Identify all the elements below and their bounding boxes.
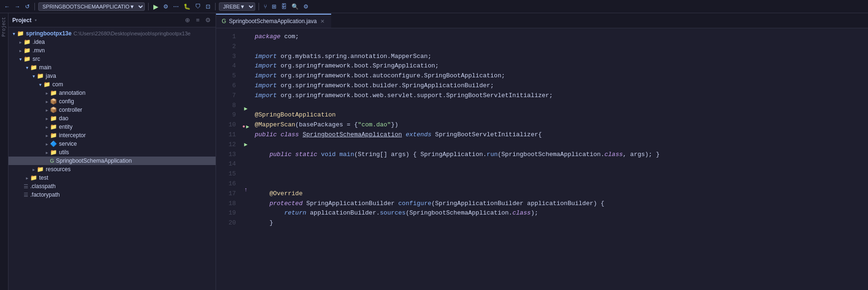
toolbar-vcs-btn[interactable]: ⑂ (262, 2, 268, 11)
java-label: java (46, 73, 56, 79)
separator-4 (259, 3, 259, 10)
toolbar-more-btn[interactable]: ⋯ (172, 2, 180, 11)
src-folder-icon: 📁 (24, 56, 31, 62)
toolbar-debug-btn[interactable]: 🐛 (182, 2, 192, 11)
config-label: config (59, 98, 74, 105)
gutter-5 (241, 68, 251, 77)
tree-item-config[interactable]: ▸ 📦 config (8, 97, 216, 106)
gutter-15 (241, 159, 251, 168)
gutter: ▶ ●▶ ▶ ↑ (240, 28, 253, 290)
toolbar-terminal-btn[interactable]: ⊞ (270, 2, 278, 11)
tree-item-main[interactable]: ▾ 📁 main (8, 63, 216, 72)
tree-item-test[interactable]: ▸ 📁 test (8, 174, 216, 182)
annotation-folder-icon: 📁 (50, 90, 57, 96)
mvn-folder-icon: 📁 (24, 47, 31, 54)
gutter-9-run[interactable]: ▶ (241, 105, 251, 114)
gutter-11: ●▶ (241, 123, 251, 132)
tab-springbootschemaapp[interactable]: G SpringbootSchemaApplication.java ✕ (216, 14, 331, 28)
config-icon[interactable]: ≡ (195, 16, 200, 25)
separator-1 (34, 3, 35, 10)
root-label: springbootpx13e (26, 30, 72, 37)
code-content[interactable]: package com; import org.mybatis.spring.a… (253, 28, 868, 290)
service-folder-icon: 🔷 (50, 141, 57, 147)
toolbar-build-btn[interactable]: ⚙ (162, 2, 170, 11)
app-file-icon: G (50, 158, 54, 164)
tree-root[interactable]: ▾ 📁 springbootpx13e C:\Users\22680\Deskt… (8, 29, 216, 38)
gutter-19 (241, 195, 251, 204)
gear-icon[interactable]: ⚙ (204, 16, 212, 25)
jrebe-dropdown[interactable]: JREBE▼ (219, 2, 255, 11)
toolbar-back-btn[interactable]: ← (3, 2, 11, 11)
classpath-label: .classpath (30, 183, 56, 190)
code-editor[interactable]: 1 2 3 4 5 6 7 8 9 10 11 12 13 14 15 16 1… (216, 28, 868, 290)
tree-item-controller[interactable]: ▸ 📦 controller (8, 106, 216, 114)
ln-1: 1 (216, 32, 236, 42)
gutter-13-run[interactable]: ▶ (241, 141, 251, 149)
toolbar-forward-btn[interactable]: → (13, 2, 22, 11)
toolbar-refresh-btn[interactable]: ↺ (24, 2, 31, 11)
tree-item-resources[interactable]: ▸ 📁 resources (8, 165, 216, 174)
idea-label: .idea (33, 39, 45, 45)
tree-item-factorypath[interactable]: ▸ ☰ .factorypath (8, 191, 216, 199)
toolbar-settings-btn[interactable]: ⚙ (302, 2, 310, 11)
toolbar-profile-btn[interactable]: ⊡ (204, 2, 212, 11)
tree-item-src[interactable]: ▾ 📁 src (8, 55, 216, 63)
ln-4: 4 (216, 61, 236, 71)
toolbar-database-btn[interactable]: 🗄 (280, 2, 288, 11)
scope-icon[interactable]: ⊕ (184, 16, 191, 25)
ln-13: 13 (216, 150, 236, 160)
tree-item-entity[interactable]: ▸ 📁 entity (8, 123, 216, 131)
service-label: service (59, 141, 77, 147)
gutter-17 (241, 177, 251, 186)
project-config-dropdown[interactable]: SPRINGBOOTSCHEMAAPPLICATIO▼ (38, 2, 145, 11)
tree-item-mvn[interactable]: ▸ 📁 .mvn (8, 46, 216, 55)
resources-folder-icon: 📁 (37, 166, 44, 173)
tree-item-utils[interactable]: ▸ 📁 utils (8, 148, 216, 157)
toolbar-search-btn[interactable]: 🔍 (290, 2, 300, 11)
idea-arrow: ▸ (17, 40, 24, 45)
project-header: Project ▾ ⊕ ≡ ⚙ (8, 13, 216, 27)
annotation-label: annotation (59, 90, 85, 96)
tree-item-annotation[interactable]: ▸ 📁 annotation (8, 89, 216, 97)
separator-3 (215, 3, 216, 10)
tree-item-idea[interactable]: ▸ 📁 .idea (8, 38, 216, 46)
java-arrow: ▾ (30, 74, 37, 79)
interceptor-label: interceptor (59, 132, 86, 139)
tree-item-springbootschemaapp[interactable]: ▸ G SpringbootSchemaApplication (8, 157, 216, 165)
sidebar-strip: Project (0, 13, 8, 290)
ln-11: 11 (216, 130, 236, 140)
root-path: C:\Users\22680\Desktop\newjoob\springboo… (74, 31, 191, 36)
tree-item-com[interactable]: ▾ 📁 com (8, 80, 216, 89)
separator-2 (148, 3, 149, 10)
line-numbers: 1 2 3 4 5 6 7 8 9 10 11 12 13 14 15 16 1… (216, 28, 240, 290)
config-folder-icon: 📦 (50, 98, 57, 105)
ln-15: 15 (216, 169, 236, 179)
project-panel: Project ▾ ⊕ ≡ ⚙ ▾ 📁 springbootpx13e C:\U… (8, 13, 216, 290)
tree-item-classpath[interactable]: ▸ ☰ .classpath (8, 182, 216, 191)
tab-close-button[interactable]: ✕ (319, 18, 326, 25)
project-strip-label[interactable]: Project (0, 15, 8, 39)
gutter-16 (241, 168, 251, 177)
tree-item-service[interactable]: ▸ 🔷 service (8, 140, 216, 148)
utils-label: utils (59, 149, 69, 156)
resources-arrow: ▸ (30, 167, 37, 172)
ln-9: 9 (216, 110, 236, 120)
com-arrow: ▾ (37, 82, 43, 87)
utils-arrow: ▸ (43, 150, 50, 155)
entity-arrow: ▸ (43, 124, 50, 130)
run-button[interactable]: ▶ (152, 2, 160, 11)
gutter-14 (241, 149, 251, 158)
annotation-arrow: ▸ (43, 91, 50, 96)
gutter-7 (241, 86, 251, 95)
test-arrow: ▸ (24, 175, 30, 181)
ln-12: 12 (216, 140, 236, 150)
com-folder-icon: 📁 (43, 81, 50, 88)
mvn-arrow: ▸ (17, 48, 24, 53)
tab-bar: G SpringbootSchemaApplication.java ✕ (216, 13, 868, 28)
tree-item-interceptor[interactable]: ▸ 📁 interceptor (8, 131, 216, 140)
resources-label: resources (46, 166, 71, 173)
toolbar-coverage-btn[interactable]: ⛉ (194, 2, 202, 11)
root-folder-icon: 📁 (17, 30, 24, 37)
tree-item-java[interactable]: ▾ 📁 java (8, 72, 216, 80)
tree-item-dao[interactable]: ▸ 📁 dao (8, 114, 216, 123)
